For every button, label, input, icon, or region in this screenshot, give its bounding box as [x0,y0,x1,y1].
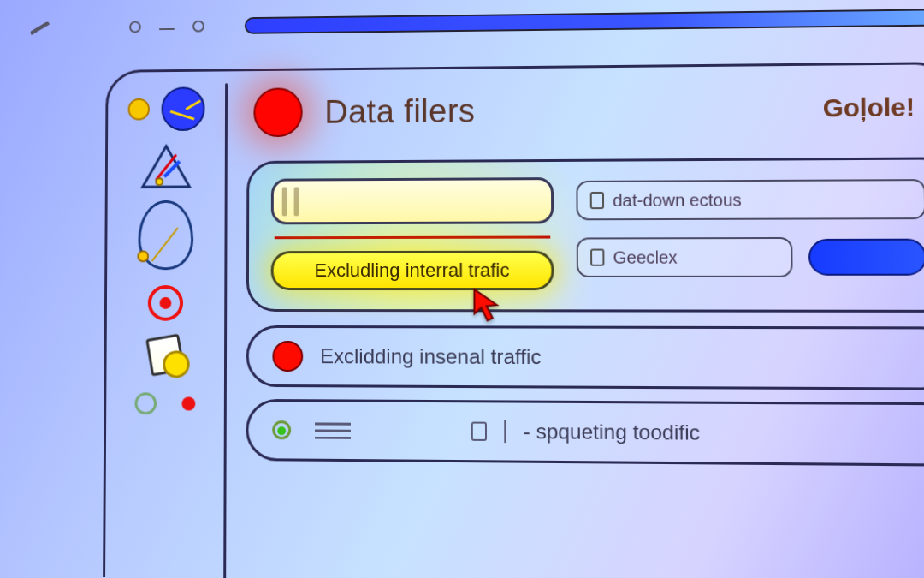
filter-row[interactable]: Exclidding insenal traffic [246,325,924,390]
brand-label: Goļole! [822,92,915,122]
svg-marker-4 [474,289,496,320]
record-indicator-icon [253,87,302,137]
ring-icon[interactable] [134,392,157,414]
alert-dot-icon [182,396,196,410]
secondary-field[interactable]: Geeclex [577,237,793,277]
exclude-internal-traffic-chip[interactable]: Excludling interral trafic [271,251,554,290]
window-chrome [116,0,924,50]
svg-line-2 [164,161,180,176]
checkbox-icon[interactable] [471,422,487,441]
page-title: Data filers [324,92,475,130]
checkbox-icon [590,249,604,266]
page-header: Data filers Goļole! [225,64,924,158]
dropdown-field[interactable]: dat-down ectous [576,179,924,220]
divider [223,83,228,578]
checkbox-icon [590,192,604,209]
document-icon[interactable] [145,334,185,377]
status-dot-icon [128,98,150,121]
record-icon[interactable] [148,285,183,321]
divider [504,420,506,443]
triangle-tool-icon[interactable] [145,146,188,186]
address-bar[interactable] [245,9,924,34]
svg-point-3 [156,178,163,185]
status-dot-icon [272,341,303,372]
decorative-mark [29,21,52,39]
window-close-icon[interactable] [129,21,141,33]
divider [275,236,551,240]
app-frame: Data filers Goļole! Excludling interral … [103,62,924,578]
secondary-field-label: Geeclex [613,247,678,267]
filter-editor-panel: Excludling interral trafic dat-down ecto… [246,157,924,313]
window-maximize-icon[interactable] [192,21,204,33]
menu-icon[interactable] [315,422,351,438]
window-minimize-icon[interactable] [159,28,175,30]
dropdown-label: dat-down ectous [613,190,742,211]
sidebar [105,71,225,578]
status-ring-icon [272,420,291,439]
filter-row[interactable]: - spqueting toodific [246,399,924,467]
filter-row-label: - spqueting toodific [524,420,700,445]
apply-button[interactable] [808,239,924,276]
chip-label: Excludling interral trafic [315,259,510,282]
ellipse-tool-icon[interactable] [138,200,193,270]
main-content: Data filers Goļole! Excludling interral … [223,64,924,578]
filter-name-input[interactable] [271,177,554,224]
analytics-chart-icon[interactable] [161,86,204,131]
window-controls [129,21,204,33]
filter-row-label: Exclidding insenal traffic [320,344,542,369]
